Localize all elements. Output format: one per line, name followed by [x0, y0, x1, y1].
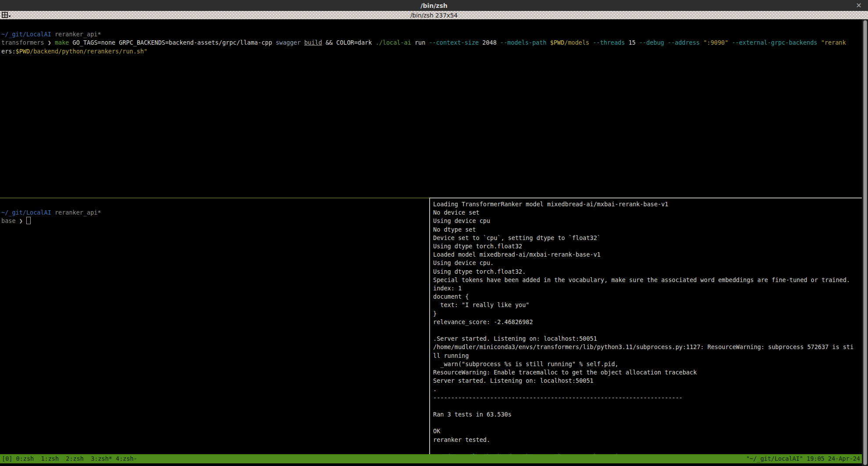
terminal-line: /home/mudler/miniconda3/envs/transformer… [433, 343, 862, 351]
window-titlebar: /bin/zsh ✕ [0, 0, 868, 11]
terminal-line: Special tokens have been added in the vo… [433, 276, 862, 284]
terminal-area: ~/_git/LocalAI reranker_api*transformers… [0, 19, 862, 466]
tmux-pane-top[interactable]: ~/_git/LocalAI reranker_api*transformers… [0, 19, 862, 198]
terminal-line: ll running [433, 352, 862, 360]
terminal-line: index: 1 [433, 284, 862, 293]
text-segment: 15 [625, 39, 640, 46]
terminal-line: ----------------------------------------… [433, 394, 862, 402]
text-segment: && COLOR=dark [322, 39, 376, 46]
text-segment: reranker_api* [55, 31, 101, 38]
terminal-line: ~/_git/LocalAI reranker_api* [1, 30, 862, 39]
text-segment [51, 209, 55, 216]
tmux-pane-bottom-right[interactable]: Loading TransformerRanker model mixedbre… [430, 198, 862, 454]
terminal-line [433, 419, 862, 427]
scrollbar-track[interactable] [862, 19, 868, 466]
text-segment: ~/_git/LocalAI [1, 209, 51, 216]
text-segment: ":9090" [703, 39, 728, 46]
terminal-line: Ran 3 tests in 63.530s [433, 410, 862, 419]
text-segment: base [1, 217, 16, 224]
text-segment: transformers [1, 39, 44, 46]
terminal-line: ResourceWarning: Enable tracemalloc to g… [433, 368, 862, 377]
terminal-line [433, 326, 862, 335]
text-segment: --context-size [429, 39, 479, 46]
tmux-status-bar: [0] 0:zsh 1:zsh 2:zsh 3:zsh* 4:zsh- "~/_… [0, 454, 862, 463]
text-segment [16, 217, 19, 224]
terminal-line: . [433, 385, 862, 393]
text-segment: --threads [593, 39, 625, 46]
terminal-line [1, 22, 862, 30]
terminal-line: .Server started. Listening on: localhost… [433, 335, 862, 343]
terminal-line: Using dtype torch.float32 [433, 242, 862, 251]
terminal-line: Loaded model mixedbread-ai/mxbai-rerank-… [433, 251, 862, 259]
terminal-line: relevance_score: -2.46826982 [433, 318, 862, 326]
text-segment: ~/_git/LocalAI [1, 31, 51, 38]
terminal-line: No dtype set [433, 226, 862, 234]
terminal-line: _warn("subprocess %s is still running" %… [433, 360, 862, 368]
text-segment: /backend/python/rerankers/run.sh" [30, 48, 147, 55]
text-segment [301, 39, 304, 46]
terminal-line: base ❯ [1, 217, 429, 225]
terminal-line: text: "I really like you" [433, 301, 862, 309]
text-segment: ❯ [19, 217, 23, 224]
terminal-line: transformers ❯ make GO_TAGS=none GRPC_BA… [1, 39, 862, 47]
terminal-line: Loading TransformerRanker model mixedbre… [433, 200, 862, 208]
text-segment: "rerank [821, 39, 846, 46]
pane-group-icon[interactable] [2, 12, 12, 18]
text-segment [664, 39, 668, 46]
terminal-line: Using dtype torch.float32. [433, 268, 862, 276]
terminal-pane-titlebar[interactable]: /bin/zsh 237x54 [0, 11, 868, 19]
text-segment: --models-path [500, 39, 547, 46]
tmux-window-list[interactable]: [0] 0:zsh 1:zsh 2:zsh 3:zsh* 4:zsh- [2, 455, 137, 463]
terminal-line: OK [433, 427, 862, 435]
text-segment [547, 39, 550, 46]
text-segment: $PWD [16, 48, 30, 55]
text-segment [51, 39, 55, 46]
window-title: /bin/zsh [420, 2, 447, 9]
text-segment: reranker_api* [55, 209, 101, 216]
tmux-status-right: "~/_git/LocalAI" 19:05 24-Apr-24 [746, 455, 860, 463]
text-segment: swagger [276, 39, 301, 46]
terminal-line: Server started. Listening on: localhost:… [433, 377, 862, 385]
terminal-line: reranker tested. [433, 436, 862, 444]
text-segment: --debug [639, 39, 664, 46]
tmux-pane-bottom-left[interactable]: ~/_git/LocalAI reranker_api*base ❯ [0, 198, 429, 454]
text-segment: ./local-ai [376, 39, 411, 46]
scrollbar-thumb[interactable] [863, 20, 867, 465]
text-segment: ❯ [48, 39, 51, 46]
terminal-line: document { [433, 293, 862, 301]
text-segment [818, 39, 821, 46]
text-segment [23, 217, 26, 224]
text-segment: GO_TAGS=none GRPC_BACKENDS=backend-asset… [69, 39, 275, 46]
terminal-line: No device set [433, 208, 862, 217]
text-segment [51, 31, 55, 38]
terminal-line: } [433, 310, 862, 318]
text-segment: --external-grpc-backends [732, 39, 817, 46]
terminal-line [1, 200, 429, 208]
terminal-line: Using device cpu. [433, 259, 862, 267]
text-segment [44, 39, 48, 46]
text-segment: 2048 [479, 39, 500, 46]
terminal-line [433, 402, 862, 410]
text-segment: make [55, 39, 69, 46]
pane-title-label: /bin/zsh 237x54 [410, 12, 458, 19]
text-segment: $PWD [550, 39, 565, 46]
terminal-line: ers:$PWD/backend/python/rerankers/run.sh… [1, 47, 862, 56]
text-segment: run [411, 39, 429, 46]
terminal-line [433, 444, 862, 452]
text-cursor [26, 217, 31, 224]
close-icon[interactable]: ✕ [854, 0, 864, 10]
text-segment: build [304, 39, 322, 46]
terminal-line: ~/_git/LocalAI reranker_api* [1, 208, 429, 217]
text-segment: --address [668, 39, 700, 46]
terminal-line: Using device cpu [433, 217, 862, 225]
text-segment: ers: [1, 48, 16, 55]
terminal-line: Device set to `cpu`, setting dtype to `f… [433, 234, 862, 242]
bottom-panes: ~/_git/LocalAI reranker_api*base ❯ Loadi… [0, 198, 862, 454]
text-segment: /models [564, 39, 589, 46]
